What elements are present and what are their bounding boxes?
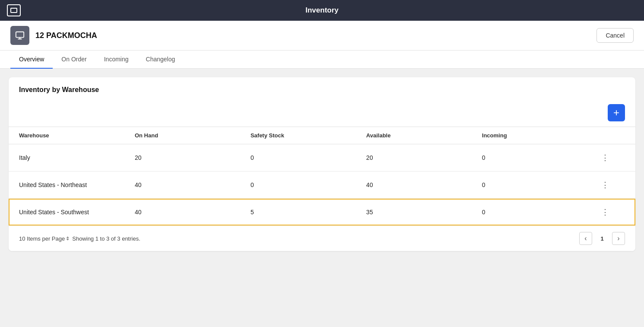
chevron-right-icon: ›	[617, 235, 619, 242]
incoming-cell: 0	[472, 171, 587, 199]
next-page-button[interactable]: ›	[612, 232, 625, 245]
on-hand-cell: 20	[124, 144, 240, 171]
table-row: United States - Northeast400400⋮	[9, 171, 635, 199]
table-body: Italy200200⋮United States - Northeast400…	[9, 144, 635, 226]
incoming-cell: 0	[472, 144, 587, 171]
col-actions	[587, 127, 635, 144]
product-icon	[10, 26, 29, 45]
row-more-button[interactable]: ⋮	[598, 152, 613, 163]
chevron-left-icon: ‹	[584, 235, 587, 242]
ellipsis-vertical-icon: ⋮	[601, 180, 609, 190]
tabs-bar: Overview On Order Incoming Changelog	[0, 51, 644, 69]
add-warehouse-button[interactable]: +	[608, 104, 625, 121]
available-cell: 20	[356, 144, 472, 171]
safety-stock-cell: 0	[240, 171, 356, 199]
cancel-button[interactable]: Cancel	[596, 28, 634, 43]
col-on-hand: On Hand	[124, 127, 240, 144]
product-name: 12 PACKMOCHA	[35, 31, 97, 40]
main-content: Inventory by Warehouse + Warehouse On Ha…	[0, 69, 644, 260]
tab-on-order[interactable]: On Order	[53, 51, 95, 69]
col-available: Available	[356, 127, 472, 144]
pagination-bar: 10 Items per Page ⇕ Showing 1 to 3 of 3 …	[9, 225, 635, 251]
table-row: United States - Southwest405350⋮	[9, 199, 635, 226]
row-actions-cell: ⋮	[587, 144, 635, 171]
safety-stock-cell: 5	[240, 199, 356, 226]
col-safety-stock: Safety Stock	[240, 127, 356, 144]
available-cell: 40	[356, 171, 472, 199]
header-left: 12 PACKMOCHA	[10, 26, 97, 45]
available-cell: 35	[356, 199, 472, 226]
showing-text: Showing 1 to 3 of 3 entries.	[72, 235, 140, 242]
svg-rect-0	[16, 32, 24, 38]
plus-icon: +	[613, 108, 619, 118]
tab-incoming[interactable]: Incoming	[95, 51, 137, 69]
prev-page-button[interactable]: ‹	[579, 232, 592, 245]
tab-overview[interactable]: Overview	[10, 51, 53, 69]
add-btn-row: +	[9, 101, 635, 127]
sidebar-icon	[10, 8, 17, 13]
top-bar: Inventory	[0, 0, 644, 21]
warehouse-cell: United States - Northeast	[9, 171, 124, 199]
table-row: Italy200200⋮	[9, 144, 635, 171]
product-icon-svg	[15, 31, 25, 40]
row-more-button[interactable]: ⋮	[598, 179, 613, 190]
on-hand-cell: 40	[124, 171, 240, 199]
items-per-page[interactable]: 10 Items per Page ⇕	[19, 235, 70, 242]
inventory-table: Warehouse On Hand Safety Stock Available…	[9, 127, 635, 225]
ellipsis-vertical-icon: ⋮	[601, 207, 609, 217]
row-actions-cell: ⋮	[587, 171, 635, 199]
tab-changelog[interactable]: Changelog	[137, 51, 184, 69]
table-header: Warehouse On Hand Safety Stock Available…	[9, 127, 635, 144]
safety-stock-cell: 0	[240, 144, 356, 171]
ellipsis-vertical-icon: ⋮	[601, 153, 609, 162]
warehouse-cell: Italy	[9, 144, 124, 171]
col-warehouse: Warehouse	[9, 127, 124, 144]
current-page: 1	[596, 232, 609, 245]
row-more-button[interactable]: ⋮	[598, 206, 613, 218]
on-hand-cell: 40	[124, 199, 240, 226]
row-actions-cell: ⋮	[587, 199, 635, 226]
inventory-card: Inventory by Warehouse + Warehouse On Ha…	[9, 77, 635, 251]
incoming-cell: 0	[472, 199, 587, 226]
page-title: Inventory	[305, 6, 339, 15]
sidebar-toggle-button[interactable]	[7, 4, 21, 16]
col-incoming: Incoming	[472, 127, 587, 144]
pagination-left: 10 Items per Page ⇕ Showing 1 to 3 of 3 …	[19, 235, 140, 242]
header: 12 PACKMOCHA Cancel	[0, 21, 644, 51]
items-per-page-label: 10 Items per Page	[19, 235, 65, 242]
warehouse-cell: United States - Southwest	[9, 199, 124, 226]
chevron-up-down-icon: ⇕	[66, 236, 70, 241]
pagination-right: ‹ 1 ›	[579, 232, 625, 245]
card-title: Inventory by Warehouse	[9, 77, 635, 101]
